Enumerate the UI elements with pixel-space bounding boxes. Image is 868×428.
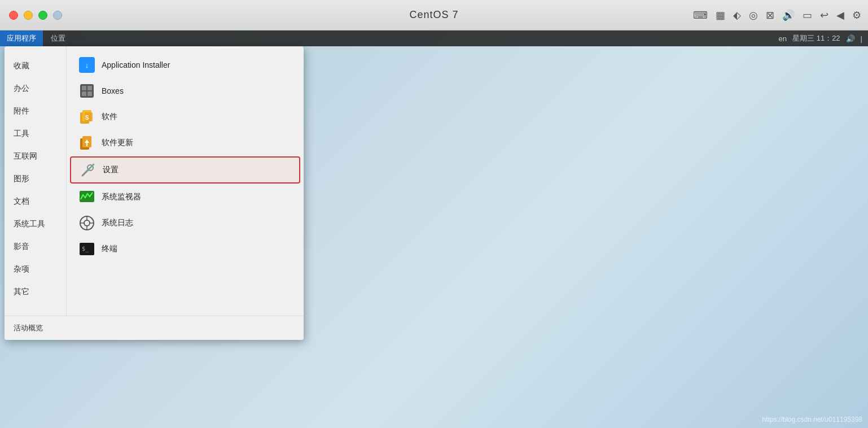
boxes-label: Boxes (102, 86, 124, 95)
sidebar-item-accessories[interactable]: 附件 (5, 101, 66, 122)
svg-text:$_: $_ (82, 246, 89, 252)
title-bar: CentOS 7 ⌨ ▦ ⬖ ◎ ⊠ 🔊 ▭ ↩ ◀ ⚙ (0, 0, 868, 30)
keyboard-icon[interactable]: ⌨ (693, 9, 708, 21)
maximize-button[interactable] (38, 11, 47, 20)
chip-icon[interactable]: ▦ (716, 9, 725, 21)
menu-sidebar: 收藏 办公 附件 工具 互联网 图形 文档 系统工具 影音 杂项 其它 (5, 46, 67, 316)
sidebar-item-favorites[interactable]: 收藏 (5, 55, 66, 77)
traffic-lights (0, 11, 62, 20)
svg-rect-5 (82, 91, 86, 96)
system-monitor-icon (79, 189, 95, 205)
svg-point-18 (84, 220, 90, 226)
settings-icon (80, 162, 96, 178)
menu-item-software-update[interactable]: 软件更新 (70, 130, 300, 155)
software-label: 软件 (102, 112, 117, 122)
desktop: CentOS 7 ⌨ ▦ ⬖ ◎ ⊠ 🔊 ▭ ↩ ◀ ⚙ 应用程序 位置 en … (0, 0, 868, 428)
menu-content: 收藏 办公 附件 工具 互联网 图形 文档 系统工具 影音 杂项 其它 (5, 46, 304, 316)
svg-rect-3 (82, 86, 86, 90)
svg-rect-6 (87, 91, 92, 96)
sidebar-item-system-tools[interactable]: 系统工具 (5, 213, 66, 235)
power-icon[interactable]: ↩ (820, 9, 828, 21)
taskbar: 应用程序 位置 en 星期三 11：22 🔊 | (0, 30, 868, 46)
menu-item-app-installer[interactable]: ↓ Application Installer (70, 53, 300, 77)
software-update-label: 软件更新 (102, 138, 133, 148)
sidebar-item-multimedia[interactable]: 影音 (5, 236, 66, 257)
minimize-button[interactable] (24, 11, 33, 20)
titlebar-right-icons: ⌨ ▦ ⬖ ◎ ⊠ 🔊 ▭ ↩ ◀ ⚙ (693, 9, 868, 21)
menu-item-boxes[interactable]: Boxes (70, 78, 300, 103)
cd-icon[interactable]: ◎ (749, 9, 758, 21)
network-icon[interactable]: ⊠ (766, 9, 774, 21)
taskbar-volume-icon[interactable]: 🔊 (846, 34, 855, 43)
back-icon[interactable]: ◀ (836, 9, 844, 21)
sidebar-item-internet[interactable]: 互联网 (5, 146, 66, 167)
taskbar-right: en 星期三 11：22 🔊 | (779, 33, 868, 43)
sidebar-item-misc[interactable]: 杂项 (5, 259, 66, 280)
system-log-icon (79, 215, 95, 231)
sidebar-item-graphics[interactable]: 图形 (5, 168, 66, 190)
menu-submenu: ↓ Application Installer (67, 46, 304, 316)
extra-button[interactable] (53, 11, 62, 20)
display-icon[interactable]: ▭ (803, 9, 812, 21)
menu-item-terminal[interactable]: $_ 终端 (70, 237, 300, 261)
system-monitor-label: 系统监视器 (102, 192, 141, 202)
menu-item-system-monitor[interactable]: 系统监视器 (70, 185, 300, 209)
usb-icon[interactable]: ⬖ (733, 9, 741, 21)
close-button[interactable] (9, 11, 18, 20)
software-update-icon (79, 135, 95, 151)
position-button[interactable]: 位置 (43, 30, 73, 46)
sidebar-item-office[interactable]: 办公 (5, 78, 66, 99)
volume-icon[interactable]: 🔊 (782, 9, 795, 21)
watermark: https://blog.csdn.net/u011195398 (762, 416, 862, 423)
sidebar-item-other[interactable]: 其它 (5, 281, 66, 303)
sidebar-item-tools[interactable]: 工具 (5, 123, 66, 145)
apps-menu-button[interactable]: 应用程序 (0, 30, 43, 46)
menu-footer[interactable]: 活动概览 (5, 316, 304, 340)
language-indicator[interactable]: en (779, 34, 787, 43)
app-installer-label: Application Installer (102, 60, 170, 69)
settings-icon[interactable]: ⚙ (852, 9, 861, 21)
sidebar-item-documents[interactable]: 文档 (5, 191, 66, 212)
svg-text:↓: ↓ (85, 61, 89, 69)
svg-rect-4 (87, 86, 92, 90)
menu-panel: 收藏 办公 附件 工具 互联网 图形 文档 系统工具 影音 杂项 其它 (5, 46, 304, 340)
app-installer-icon: ↓ (79, 57, 95, 73)
system-log-label: 系统日志 (102, 218, 133, 228)
terminal-icon: $_ (79, 241, 95, 257)
menu-item-settings[interactable]: 设置 (70, 156, 300, 184)
software-icon: S (79, 109, 95, 125)
datetime-display: 星期三 11：22 (792, 33, 840, 43)
taskbar-left: 应用程序 位置 (0, 30, 73, 46)
svg-text:S: S (85, 115, 89, 121)
boxes-icon (79, 83, 95, 99)
menu-item-system-log[interactable]: 系统日志 (70, 211, 300, 235)
menu-item-software[interactable]: S 软件 (70, 104, 300, 129)
settings-label: 设置 (103, 165, 119, 175)
taskbar-extra: | (861, 34, 862, 43)
terminal-label: 终端 (102, 244, 117, 254)
os-title: CentOS 7 (409, 9, 458, 21)
